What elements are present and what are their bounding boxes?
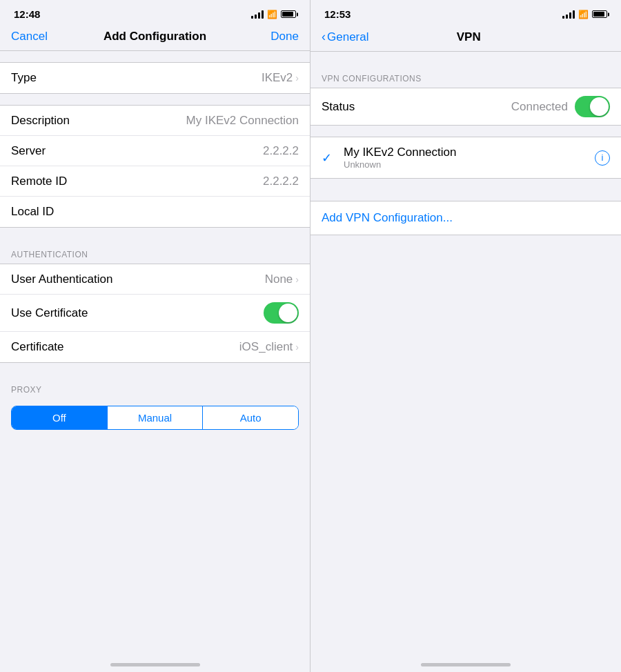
add-vpn-button[interactable]: Add VPN Configuration... <box>310 201 621 235</box>
certificate-value: iOS_client › <box>239 340 299 354</box>
spacer-4 <box>0 363 310 374</box>
spacer-r2 <box>310 126 621 137</box>
status-toggle[interactable] <box>575 96 610 117</box>
spacer-2 <box>0 94 310 105</box>
status-time-right: 12:53 <box>324 8 351 20</box>
wifi-icon: 📶 <box>267 10 277 19</box>
description-row[interactable]: Description My IKEv2 Connection <box>0 106 310 136</box>
page-title-right: VPN <box>457 30 481 44</box>
local-id-label: Local ID <box>11 205 54 219</box>
back-label: General <box>327 30 368 44</box>
battery-icon <box>281 10 296 18</box>
use-certificate-label: Use Certificate <box>11 306 88 320</box>
vpn-check-icon: ✓ <box>322 150 335 166</box>
signal-icon-right <box>562 10 575 19</box>
server-row[interactable]: Server 2.2.2.2 <box>0 136 310 166</box>
done-button[interactable]: Done <box>257 30 299 43</box>
status-value: Connected <box>511 96 610 117</box>
certificate-row[interactable]: Certificate iOS_client › <box>0 332 310 362</box>
user-auth-row[interactable]: User Authentication None › <box>0 264 310 295</box>
right-panel: 12:53 📶 ‹ General VPN VPN CONFIGURATIONS <box>310 0 621 672</box>
type-row[interactable]: Type IKEv2 › <box>0 63 310 93</box>
status-toggle-thumb <box>590 97 609 116</box>
certificate-chevron-icon: › <box>295 342 299 353</box>
back-chevron-icon: ‹ <box>322 30 326 44</box>
vpn-name: My IKEv2 Connection <box>344 146 456 159</box>
status-time-left: 12:48 <box>14 8 40 20</box>
use-certificate-row: Use Certificate <box>0 295 310 332</box>
user-auth-chevron-icon: › <box>295 274 299 285</box>
vpn-connection-item[interactable]: ✓ My IKEv2 Connection Unknown i <box>310 137 621 179</box>
home-bar-right <box>421 663 511 666</box>
signal-icon <box>251 10 264 19</box>
page-title-left: Add Configuration <box>103 30 206 43</box>
type-chevron-icon: › <box>295 72 299 83</box>
local-id-row[interactable]: Local ID <box>0 197 310 227</box>
proxy-segment[interactable]: Off Manual Auto <box>11 406 299 430</box>
type-label: Type <box>11 71 37 85</box>
vpn-configs-header: VPN CONFIGURATIONS <box>310 63 621 88</box>
vpn-sub: Unknown <box>344 159 456 170</box>
auth-section-header: AUTHENTICATION <box>0 239 310 264</box>
back-button[interactable]: ‹ General <box>322 30 368 44</box>
nav-bar-left: Cancel Add Configuration Done <box>0 24 310 51</box>
left-panel: 12:48 📶 Cancel Add Configuration Done Ty… <box>0 0 310 672</box>
nav-bar-right: ‹ General VPN <box>310 24 621 52</box>
spacer-r3 <box>310 179 621 190</box>
status-row: Status Connected <box>310 88 621 125</box>
home-indicator-left <box>0 656 310 672</box>
vpn-info: My IKEv2 Connection Unknown <box>344 146 456 170</box>
spacer-1 <box>0 51 310 62</box>
user-auth-value: None › <box>265 273 299 286</box>
use-certificate-toggle[interactable] <box>264 302 299 324</box>
spacer-3 <box>0 228 310 239</box>
status-icons-left: 📶 <box>251 10 296 19</box>
remote-id-value: 2.2.2.2 <box>263 175 299 188</box>
status-bar-left: 12:48 📶 <box>0 0 310 24</box>
status-group: Status Connected <box>310 88 621 126</box>
user-auth-label: User Authentication <box>11 273 112 286</box>
info-icon: i <box>602 152 604 163</box>
proxy-manual-button[interactable]: Manual <box>108 406 204 429</box>
description-value: My IKEv2 Connection <box>186 114 299 128</box>
home-indicator-right <box>310 656 621 672</box>
toggle-thumb <box>279 304 297 322</box>
wifi-icon-right: 📶 <box>578 10 589 19</box>
home-bar-left <box>110 663 200 666</box>
server-value: 2.2.2.2 <box>263 144 299 158</box>
cancel-button[interactable]: Cancel <box>11 30 52 43</box>
description-label: Description <box>11 114 70 128</box>
type-value: IKEv2 › <box>262 71 299 85</box>
remote-id-label: Remote ID <box>11 175 67 188</box>
vpn-info-button[interactable]: i <box>595 150 610 166</box>
spacer-r1 <box>310 52 621 63</box>
status-icons-right: 📶 <box>562 10 607 19</box>
proxy-off-button[interactable]: Off <box>12 406 108 429</box>
battery-icon-right <box>592 10 607 18</box>
certificate-label: Certificate <box>11 340 64 354</box>
type-group: Type IKEv2 › <box>0 62 310 94</box>
server-label: Server <box>11 144 46 158</box>
status-label: Status <box>322 100 355 114</box>
proxy-section-header: PROXY <box>0 374 310 399</box>
auth-group: User Authentication None › Use Certifica… <box>0 264 310 363</box>
server-group: Description My IKEv2 Connection Server 2… <box>0 105 310 228</box>
status-bar-right: 12:53 📶 <box>310 0 621 24</box>
proxy-auto-button[interactable]: Auto <box>203 406 298 429</box>
remote-id-row[interactable]: Remote ID 2.2.2.2 <box>0 166 310 197</box>
